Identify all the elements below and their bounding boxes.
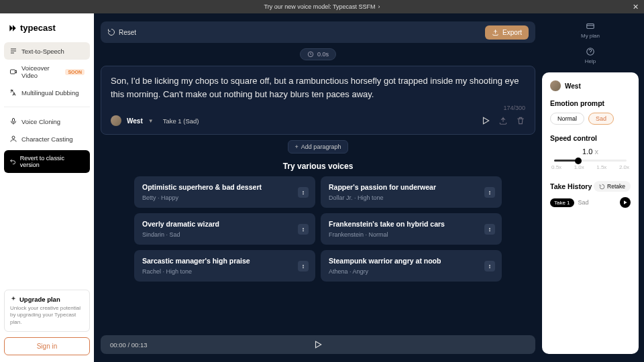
voice-card[interactable]: Optimistic superhero & bad dessertBetty … (134, 176, 315, 208)
char-count: 174/300 (111, 105, 525, 111)
take-row: Take 1 Sad (550, 197, 631, 208)
card-icon (586, 21, 595, 31)
block-footer: West ▼ Take 1 (Sad) (111, 115, 525, 126)
sidebar-item-label: Text-to-Speech (21, 48, 64, 55)
help-icon (586, 47, 595, 56)
retake-button[interactable]: Retake (594, 181, 631, 192)
take-play-button[interactable] (620, 197, 631, 208)
duration-chip: 0.0s (300, 48, 336, 60)
duration-value: 0.0s (317, 51, 329, 58)
revert-button[interactable]: Revert to classic version (4, 150, 90, 173)
svg-point-2 (12, 136, 15, 139)
voice-card-sub: Frankenstein · Normal (329, 231, 494, 238)
sparkle-icon (10, 296, 17, 302)
swap-icon[interactable]: ↕ (298, 187, 309, 198)
text-icon (9, 47, 17, 55)
signin-button[interactable]: Sign in (4, 337, 90, 355)
slider-thumb[interactable] (575, 158, 582, 164)
voice-card[interactable]: Sarcastic manager's high praiseRachel · … (134, 250, 315, 282)
play-icon[interactable] (313, 340, 323, 349)
upgrade-box[interactable]: Upgrade plan Unlock your creative potent… (4, 290, 90, 332)
banner-text[interactable]: Try our new voice model: Typecast SSFM (264, 3, 375, 10)
swap-icon[interactable]: ↕ (484, 224, 495, 235)
help-label: Help (585, 58, 596, 64)
export-label: Export (502, 29, 522, 36)
voice-card[interactable]: Overly dramatic wizardSindarin · Sad↕ (134, 213, 315, 245)
voice-card[interactable]: Frankenstein's take on hybrid carsFranke… (321, 213, 502, 245)
speed-slider[interactable] (554, 160, 627, 162)
upgrade-text: Unlock your creative potential by upgrad… (10, 305, 84, 326)
voice-card-sub: Athena · Angry (329, 268, 494, 275)
sidebar-item-label: Multilingual Dubbing (21, 89, 79, 97)
voice-card-sub: Dollar Jr. · High tone (329, 194, 494, 201)
take-emotion: Sad (578, 199, 589, 206)
emotion-chip-normal[interactable]: Normal (550, 113, 584, 125)
voice-card[interactable]: Steampunk warrior angry at noobAthena · … (321, 250, 502, 282)
panel-voice-header[interactable]: West (550, 80, 631, 91)
language-icon (9, 88, 17, 97)
sidebar-item-label: Character Casting (21, 135, 73, 143)
swap-icon[interactable]: ↕ (484, 187, 495, 198)
promo-banner: Try our new voice model: Typecast SSFM ›… (0, 0, 644, 13)
voice-avatar[interactable] (111, 115, 121, 126)
upgrade-title: Upgrade plan (10, 296, 84, 303)
voice-card-sub: Sindarin · Sad (142, 231, 307, 238)
sidebar-item-casting[interactable]: Character Casting (4, 130, 90, 147)
voice-avatar (550, 80, 561, 91)
speed-title: Speed control (550, 134, 631, 142)
sidebar-item-dubbing[interactable]: Multilingual Dubbing (4, 84, 90, 101)
sidebar-item-label: Voice Cloning (21, 118, 60, 125)
swap-icon[interactable]: ↕ (298, 224, 309, 235)
sidebar-item-voiceover[interactable]: Voiceover Video SOON (4, 60, 90, 84)
voice-card-title: Optimistic superhero & bad dessert (142, 183, 307, 191)
help-button[interactable]: Help (585, 47, 596, 64)
swap-icon[interactable]: ↕ (298, 261, 309, 272)
play-icon[interactable] (481, 116, 490, 125)
take-label[interactable]: Take 1 (Sad) (163, 117, 199, 125)
clock-icon (307, 51, 314, 58)
slider-labels: 0.5x1.0x1.5x2.0x (550, 164, 631, 170)
voice-card-sub: Rachel · High tone (142, 268, 307, 275)
toolbar: Reset Export (101, 21, 535, 43)
voice-card-title: Rapper's passion for underwear (329, 183, 494, 191)
add-paragraph-button[interactable]: + Add paragraph (288, 140, 349, 154)
sidebar-item-tts[interactable]: Text-to-Speech (4, 42, 90, 60)
speed-value: 1.0x (550, 147, 631, 156)
export-icon (492, 29, 499, 36)
reset-button[interactable]: Reset (107, 28, 136, 36)
export-button[interactable]: Export (485, 25, 529, 40)
divider (4, 107, 90, 107)
sidebar: typecast Text-to-Speech Voiceover Video … (0, 13, 94, 362)
reset-label: Reset (119, 29, 136, 36)
right-panel: My plan Help West Emotion prompt Normal … (542, 13, 644, 362)
sidebar-item-label: Voiceover Video (21, 64, 61, 79)
close-icon[interactable]: ✕ (633, 3, 639, 11)
swap-icon[interactable]: ↕ (484, 261, 495, 272)
myplan-button[interactable]: My plan (581, 21, 600, 39)
share-icon[interactable] (498, 116, 508, 125)
logo-text: typecast (20, 23, 56, 33)
logo-icon (8, 23, 17, 33)
voice-name[interactable]: West (127, 117, 143, 125)
settings-panel: West Emotion prompt Normal Sad Speed con… (542, 72, 639, 354)
svg-rect-0 (11, 70, 15, 74)
chevron-down-icon[interactable]: ▼ (148, 118, 154, 124)
voices-title: Try various voices (101, 162, 535, 171)
trash-icon[interactable] (516, 116, 525, 125)
block-text[interactable]: Son, I'd be licking my chops to square o… (111, 74, 525, 101)
voice-card-title: Steampunk warrior angry at noob (329, 257, 494, 265)
voice-card[interactable]: Rapper's passion for underwearDollar Jr.… (321, 176, 502, 208)
sidebar-item-cloning[interactable]: Voice Cloning (4, 113, 90, 130)
player-time: 00:00 / 00:13 (110, 341, 147, 349)
logo[interactable]: typecast (4, 20, 90, 36)
text-block[interactable]: Son, I'd be licking my chops to square o… (101, 66, 535, 135)
play-icon (623, 200, 628, 205)
plus-icon: + (295, 143, 299, 150)
video-icon (9, 68, 17, 76)
voice-card-title: Sarcastic manager's high praise (142, 257, 307, 265)
soon-badge: SOON (65, 69, 85, 75)
emotion-chip-sad[interactable]: Sad (588, 113, 614, 125)
myplan-label: My plan (581, 33, 600, 39)
retake-icon (599, 184, 605, 190)
take-badge: Take 1 (550, 198, 574, 207)
